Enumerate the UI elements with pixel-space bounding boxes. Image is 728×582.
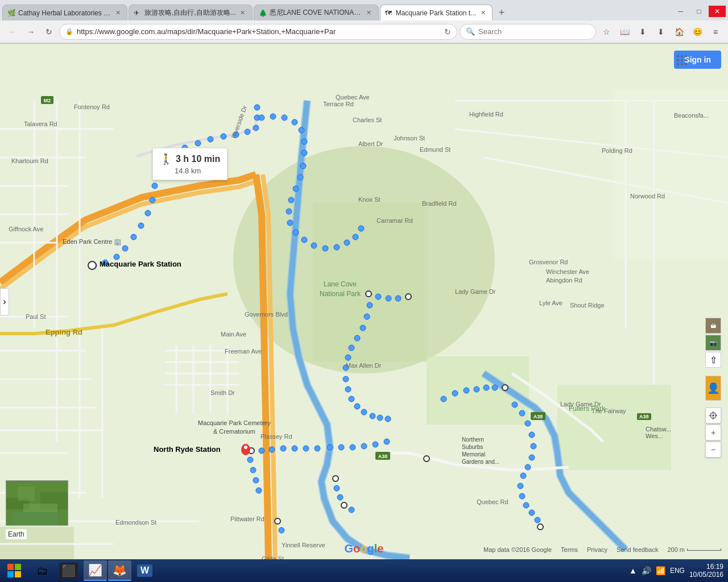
taskbar-time: 16:19 [689, 563, 723, 571]
taskbar-volume[interactable]: 🔊 [642, 566, 651, 575]
svg-point-161 [685, 59, 687, 61]
downloads-button[interactable]: ⬇ [653, 24, 669, 40]
taskbar-up-arrow[interactable]: ▲ [629, 566, 637, 575]
terrain-button[interactable]: 🏔 [705, 318, 721, 334]
svg-point-131 [520, 473, 526, 479]
taskbar-system: ▲ 🔊 📶 ENG 16:19 10/05/2016 [624, 563, 728, 579]
map-svg: M2 A38 A38 [0, 44, 728, 560]
svg-point-81 [386, 296, 391, 301]
svg-point-66 [297, 174, 303, 180]
svg-text:A38: A38 [378, 454, 388, 459]
earth-thumbnail[interactable] [6, 480, 68, 526]
zoom-in-button[interactable]: + [705, 425, 721, 440]
url-reload-icon[interactable]: ↻ [444, 27, 451, 36]
svg-rect-180 [15, 571, 21, 577]
scale-bar: 200 m [667, 546, 721, 553]
svg-rect-4 [557, 385, 671, 470]
svg-point-84 [367, 302, 373, 308]
svg-point-144 [279, 527, 284, 533]
svg-point-133 [519, 493, 525, 499]
start-button[interactable] [0, 559, 28, 582]
svg-rect-169 [12, 512, 57, 526]
privacy-link[interactable]: Privacy [587, 546, 607, 553]
menu-button[interactable]: ≡ [708, 24, 723, 40]
new-tab-button[interactable]: + [494, 5, 510, 20]
svg-point-110 [259, 448, 264, 454]
svg-point-137 [537, 524, 543, 530]
home-button[interactable]: 🏠 [671, 24, 687, 40]
svg-point-157 [681, 55, 683, 57]
reader-button[interactable]: 📖 [617, 24, 632, 40]
taskbar-terminal[interactable]: ⬛ [55, 560, 82, 581]
svg-point-129 [529, 455, 535, 460]
svg-point-60 [282, 115, 287, 120]
svg-point-50 [195, 140, 201, 146]
taskbar-items: 🗂 ⬛ 📈 🦊 W [28, 560, 624, 581]
svg-point-119 [464, 388, 469, 393]
google-apps-button[interactable] [673, 52, 690, 69]
sync-button[interactable]: 😊 [689, 24, 705, 40]
svg-point-107 [292, 446, 297, 451]
svg-point-125 [519, 410, 525, 416]
tab-2-close[interactable]: ✕ [238, 9, 247, 18]
search-icon: 🔍 [466, 27, 475, 36]
svg-point-101 [361, 443, 367, 449]
pocket-button[interactable]: ⬇ [635, 24, 651, 40]
tabs-container: 🌿 Cathay Herbal Laboratories Pt... ✕ ✈ 旅… [2, 2, 668, 20]
svg-point-43 [145, 210, 151, 216]
svg-point-54 [245, 129, 250, 135]
taskbar-chart[interactable]: 📈 [84, 560, 107, 581]
satellite-photo-button[interactable]: 📷 [705, 335, 721, 351]
reload-button[interactable]: ↻ [41, 24, 57, 40]
svg-point-85 [364, 314, 370, 319]
tab-2[interactable]: ✈ 旅游攻略,自由行,自助游攻略... ✕ [129, 5, 253, 20]
taskbar-network[interactable]: 📶 [656, 566, 665, 575]
search-bar[interactable]: 🔍 [460, 24, 596, 40]
tab-3[interactable]: 🌲 悉尼LANE COVE NATIONAL P... ✕ [254, 5, 379, 20]
minimize-button[interactable]: ─ [672, 6, 689, 17]
svg-point-172 [712, 414, 714, 417]
svg-point-143 [275, 518, 280, 524]
tab-2-favicon: ✈ [134, 9, 142, 17]
forward-button[interactable]: → [23, 24, 39, 40]
sidebar-toggle-button[interactable]: › [0, 288, 9, 315]
bookmark-button[interactable]: ☆ [598, 24, 614, 40]
svg-point-51 [208, 136, 213, 142]
tab-3-favicon: 🌲 [259, 9, 267, 17]
street-view-button[interactable]: 👤 [705, 376, 721, 401]
svg-point-160 [681, 59, 683, 61]
title-bar: 🌿 Cathay Herbal Laboratories Pt... ✕ ✈ 旅… [0, 0, 728, 20]
tab-3-title: 悉尼LANE COVE NATIONAL P... [270, 8, 362, 18]
terms-link[interactable]: Terms [561, 546, 578, 553]
svg-point-100 [373, 442, 378, 447]
svg-point-64 [301, 150, 307, 156]
taskbar-firefox[interactable]: 🦊 [108, 560, 131, 581]
tab-4[interactable]: 🗺 Macquarie Park Station t... ✕ [380, 5, 493, 20]
tab-4-close[interactable]: ✕ [478, 9, 487, 18]
maximize-button[interactable]: □ [690, 6, 708, 17]
tab-4-title: Macquarie Park Station t... [396, 9, 476, 17]
svg-point-120 [474, 386, 479, 392]
feedback-link[interactable]: Send feedback [617, 546, 658, 553]
svg-point-83 [406, 294, 411, 300]
tab-1[interactable]: 🌿 Cathay Herbal Laboratories Pt... ✕ [2, 5, 127, 20]
url-bar[interactable]: 🔒 https://www.google.com.au/maps/dir/Mac… [59, 24, 457, 40]
svg-point-118 [452, 390, 458, 396]
search-input[interactable] [478, 27, 590, 36]
tab-3-close[interactable]: ✕ [365, 9, 374, 18]
location-button[interactable] [705, 408, 721, 423]
zoom-out-button[interactable]: − [705, 442, 721, 458]
svg-point-82 [395, 296, 401, 301]
tab-1-close[interactable]: ✕ [113, 9, 122, 18]
back-button[interactable]: ← [5, 24, 20, 40]
taskbar-file-explorer[interactable]: 🗂 [31, 560, 53, 581]
scale-text: 200 m [667, 546, 685, 553]
taskbar-word[interactable]: W [133, 560, 157, 581]
map-container[interactable]: M2 A38 A38 Fontenoy Rd Riverside Dr Khar… [0, 44, 728, 560]
svg-point-147 [244, 446, 247, 449]
svg-point-130 [525, 464, 531, 470]
svg-point-71 [293, 230, 299, 235]
svg-point-55 [253, 125, 259, 131]
expand-button[interactable]: ⇧ [705, 352, 721, 368]
close-button[interactable]: ✕ [709, 6, 726, 17]
